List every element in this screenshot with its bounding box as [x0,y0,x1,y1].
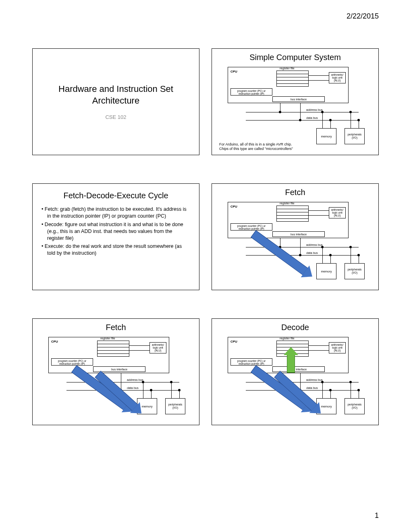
alu-l3: (ALU) [155,349,162,352]
addr-bus-label: address bus [306,108,323,112]
periph-l2: (I/O) [352,136,357,139]
slide2-title: Simple Computer System [218,53,373,62]
alu-l1: arithmetic/ [152,343,164,346]
slide-1: Hardware and Instruction Set Architectur… [32,48,199,155]
bullet-execute: Execute: do the real work and store the … [42,243,190,257]
addr-bus-label: address bus [306,243,323,247]
regfile-label: register file [100,337,115,340]
pc-box: program counter (PC) or instruction poin… [51,358,93,366]
slide3-bullets: Fetch: grab (fetch) the instruction to b… [42,206,190,257]
periph-box: peripherals (I/O) [345,128,365,144]
alu-l2: logic unit [332,76,342,79]
alu-l1: arithmetic/ [331,343,343,346]
periph-l2: (I/O) [352,406,357,409]
slide-4: Fetch CPU register file arithmetic/ logi… [212,183,379,290]
pc-box: program counter (PC) or instruction poin… [230,88,272,96]
regfile [276,71,309,87]
alu-l3: (ALU) [334,349,341,352]
bullet-fetch: Fetch: grab (fetch) the instruction to b… [42,206,190,220]
periph-box: peripherals (I/O) [165,398,185,414]
memory-box: memory [316,128,336,144]
alu-l2: logic unit [332,346,342,349]
periph-l2: (I/O) [172,406,178,409]
regfile-label: register file [280,337,295,340]
periph-l1: peripherals [168,403,183,406]
alu: arithmetic/ logic unit (ALU) [329,72,346,83]
slide-3: Fetch-Decode-Execute Cycle Fetch: grab (… [32,183,199,290]
alu-l1: arithmetic/ [331,73,343,76]
alu-l2: logic unit [153,346,163,349]
pc-l1: program counter (PC) or [237,89,266,92]
bullet-decode: Decode: figure out what instruction it i… [42,221,190,242]
regfile-label: register file [280,66,295,70]
pc-l1: program counter (PC) or [58,360,86,362]
addr-bus-label: address bus [306,378,323,382]
slide-5: Fetch CPU register file arithmetic/ logi… [32,318,199,425]
memory-box: memory [316,263,336,279]
note-l1: For Arduino, all of this is in a single … [219,142,292,146]
slide-2: Simple Computer System CPU register file… [212,48,379,155]
alu-l2: logic unit [332,211,342,214]
slide6-title: Decode [218,323,373,332]
pc-l2: instruction pointer (IP) [239,362,264,365]
cpu-box: CPU register file arithmetic/ logic unit… [228,202,349,238]
page-date: 2/22/2015 [347,12,379,21]
slide-6: Decode CPU register file arithmetic/ log… [212,318,379,425]
cpu-label: CPU [51,340,58,343]
cpu-box: CPU register file arithmetic/ logic unit… [48,337,169,373]
bus-interface: bus interface [272,96,325,102]
alu-l3: (ALU) [334,214,341,217]
pc-l1: program counter (PC) or [237,360,266,362]
slides-grid: Hardware and Instruction Set Architectur… [32,48,379,425]
note-l2: Chips of this type are called "microcont… [219,147,293,151]
data-bus-label: data bus [306,116,318,120]
periph-l1: peripherals [348,403,362,406]
periph-box: peripherals (I/O) [345,263,365,279]
cpu-label: CPU [230,205,237,208]
pc-l2: instruction pointer (IP) [59,362,85,365]
alu: arithmetic/ logic unit (ALU) [149,342,166,353]
slide1-subtitle: CSE 102 [105,114,126,120]
periph-l1: peripherals [348,268,362,271]
regfile [276,206,309,222]
slide2-note: For Arduino, all of this is in a single … [219,142,293,151]
pc-l2: instruction pointer (IP) [239,92,264,95]
slide3-title: Fetch-Decode-Execute Cycle [42,191,190,200]
pc-l1: program counter (PC) or [237,224,266,227]
periph-l1: peripherals [348,133,362,136]
addr-bus-label: address bus [127,378,143,382]
data-bus-label: data bus [306,386,318,390]
slide1-title-line2: Architecture [92,96,139,106]
slide5-diagram: CPU register file arithmetic/ logic unit… [38,334,193,414]
alu-l3: (ALU) [334,79,341,82]
cpu-label: CPU [230,70,237,73]
cpu-label: CPU [230,340,237,343]
data-bus-label: data bus [306,251,318,255]
slide5-title: Fetch [38,323,193,332]
periph-box: peripherals (I/O) [345,398,365,414]
slide1-title: Hardware and Instruction Set Architectur… [58,83,173,106]
regfile-label: register file [280,202,295,205]
periph-l2: (I/O) [352,271,357,274]
slide1-title-line1: Hardware and Instruction Set [58,84,173,94]
regfile [97,341,129,357]
page-number: 1 [375,511,379,520]
alu: arithmetic/ logic unit (ALU) [329,342,346,353]
data-bus-label: data bus [127,386,139,390]
slide4-diagram: CPU register file arithmetic/ logic unit… [218,199,373,279]
slide6-diagram: CPU register file arithmetic/ logic unit… [218,334,373,414]
cpu-box: CPU register file arithmetic/ logic unit… [228,67,349,103]
alu: arithmetic/ logic unit (ALU) [329,207,346,218]
slide2-diagram: CPU register file arithmetic/ logic unit… [218,64,373,144]
pc-box: program counter (PC) or instruction poin… [230,358,272,366]
slide4-title: Fetch [218,188,373,197]
alu-l1: arithmetic/ [331,208,343,211]
pc-box: program counter (PC) or instruction poin… [230,223,272,231]
bus-interface: bus interface [272,231,325,237]
pc-l2: instruction pointer (IP) [239,227,264,230]
arrow-decode-up [287,355,295,373]
